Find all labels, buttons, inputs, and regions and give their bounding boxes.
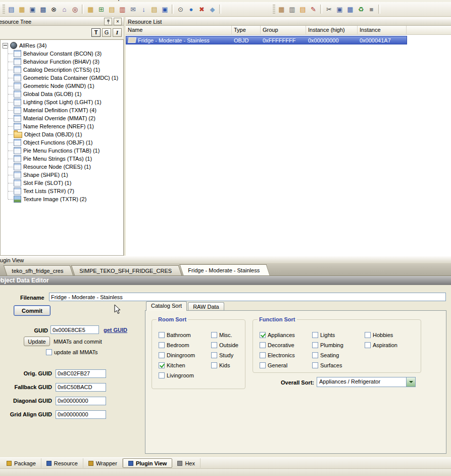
chevron-down-icon[interactable] — [406, 377, 415, 387]
guid-input[interactable] — [51, 325, 99, 334]
commit-button[interactable]: Commit — [14, 305, 51, 316]
tree-item[interactable]: Geometric Node (GMND) (1) — [6, 82, 123, 90]
hobbies-checkbox[interactable]: Hobbies — [365, 331, 397, 338]
open-package-icon[interactable]: ▦ — [17, 5, 27, 14]
clone-resource-icon[interactable]: ▤ — [107, 5, 117, 14]
import-icon[interactable]: ↓ — [139, 5, 148, 14]
save-all-icon[interactable]: ▩ — [38, 5, 48, 14]
tree-item[interactable]: Texture Image (TXTR) (2) — [6, 195, 123, 203]
guid-field-input[interactable] — [56, 397, 106, 405]
plugin-tab[interactable]: teko_sfh_fridge_cres — [4, 265, 74, 275]
delete-icon[interactable]: ✖ — [197, 5, 207, 14]
view-tab[interactable]: Package — [2, 458, 41, 468]
hex-view-icon[interactable]: ▥ — [287, 5, 297, 14]
electronics-checkbox[interactable]: Electronics — [260, 352, 295, 358]
plugin-tab[interactable]: SIMPE_TEKO_SFH_FRIDGE_CRES — [71, 265, 182, 275]
view-tab[interactable]: Wrapper — [83, 458, 123, 468]
filename-input[interactable] — [49, 293, 446, 301]
open-resource-icon[interactable]: ▦ — [86, 5, 95, 14]
aspiration-checkbox[interactable]: Aspiration — [365, 342, 397, 348]
editor-tab[interactable]: Catalog Sort — [146, 301, 187, 311]
tree-item[interactable]: Global Data (GLOB) (1) — [6, 90, 123, 98]
update-button[interactable]: Update — [24, 337, 50, 346]
filter-button[interactable]: G — [102, 28, 111, 37]
misc-checkbox[interactable]: Misc. — [211, 331, 238, 338]
tree-item[interactable]: Object Functions (OBJF) (1) — [6, 138, 123, 147]
view-tab[interactable]: Hex — [172, 458, 201, 468]
tree-item[interactable]: Resource Node (CRES) (1) — [6, 163, 123, 171]
add-resource-icon[interactable]: ⊞ — [96, 5, 106, 14]
tree-item[interactable]: Pie Menu Functions (TTAB) (1) — [6, 147, 123, 155]
tree-item[interactable]: Slot File (SLOT) (1) — [6, 179, 123, 187]
new-package-icon[interactable]: ▤ — [7, 5, 16, 14]
tree-item[interactable]: Name Reference (NREF) (1) — [6, 122, 123, 130]
tree-item[interactable]: Catalog Description (CTSS) (1) — [6, 66, 123, 74]
column-header[interactable]: Type — [232, 26, 261, 35]
error-log-icon[interactable]: ▥ — [118, 5, 127, 14]
plugin-icon[interactable]: ♻ — [356, 5, 366, 14]
mail-icon[interactable]: ✉ — [128, 5, 138, 14]
edit-note-icon[interactable]: ✎ — [309, 5, 318, 14]
livingroom-checkbox[interactable]: Livingroom — [159, 372, 195, 378]
history-icon[interactable]: ⊙ — [176, 5, 185, 14]
save-resource-icon[interactable]: ▣ — [160, 5, 170, 14]
copy-icon[interactable]: ▣ — [335, 5, 344, 14]
tree-item[interactable]: Geometric Data Container (GMDC) (1) — [6, 74, 123, 82]
editor-tab[interactable]: RAW Data — [188, 302, 224, 311]
close-package-icon[interactable]: ⊗ — [49, 5, 59, 14]
appliances-checkbox[interactable]: Appliances — [260, 331, 295, 338]
tree-item[interactable]: Behaviour Function (BHAV) (3) — [6, 58, 123, 66]
tree-root-allres[interactable]: AllRes (34) — [1, 41, 123, 50]
tree-item[interactable]: Lighting (Spot Light) (LGHT) (1) — [6, 98, 123, 106]
tree-item[interactable]: Pie Menu Strings (TTAs) (1) — [6, 155, 123, 163]
guid-field-input[interactable] — [56, 383, 106, 392]
seating-checkbox[interactable]: Seating — [312, 352, 343, 358]
bedroom-checkbox[interactable]: Bedroom — [159, 342, 195, 348]
kitchen-checkbox[interactable]: Kitchen — [159, 362, 195, 368]
pin-icon[interactable] — [104, 18, 112, 25]
menu-item[interactable]: Help — [106, 0, 125, 1]
menu-item[interactable]: Tools — [36, 0, 57, 1]
cut-icon[interactable]: ✂ — [324, 5, 334, 14]
search-icon[interactable]: ◎ — [70, 5, 80, 14]
kids-checkbox[interactable]: Kids — [211, 362, 238, 368]
tree-item[interactable]: Shape (SHPE) (1) — [6, 171, 123, 179]
guid-field-input[interactable] — [56, 369, 106, 378]
decorative-checkbox[interactable]: Decorative — [260, 342, 295, 348]
tree-item[interactable]: Text Lists (STR#) (7) — [6, 187, 123, 195]
get-guid-link[interactable]: get GUID — [104, 327, 127, 333]
column-header[interactable]: Group — [261, 26, 306, 35]
tree-item[interactable]: Behaviour Constant (BCON) (3) — [6, 50, 123, 58]
column-header[interactable]: Instance (high) — [306, 26, 358, 35]
menu-item[interactable]: Extra — [57, 0, 78, 1]
lights-checkbox[interactable]: Lights — [312, 331, 343, 338]
plumbing-checkbox[interactable]: Plumbing — [312, 342, 343, 348]
report-icon[interactable]: ▤ — [149, 5, 159, 14]
gem-icon[interactable]: ◆ — [208, 5, 217, 14]
tree-item[interactable]: Material Override (MMAT) (2) — [6, 114, 123, 122]
filter-button[interactable]: I — [113, 28, 122, 37]
column-header[interactable]: Instance — [358, 26, 407, 35]
lock-icon[interactable]: ■ — [367, 5, 376, 14]
toolbar-grip[interactable] — [273, 5, 275, 14]
toolbar-grip[interactable] — [3, 5, 5, 14]
study-checkbox[interactable]: Study — [211, 352, 238, 358]
overall-sort-select[interactable]: Appliances / Refrigerator — [317, 377, 416, 387]
menu-item[interactable]: Edit — [18, 0, 36, 1]
home-icon[interactable]: ⌂ — [60, 5, 69, 14]
view-tab[interactable]: Plugin View — [123, 458, 173, 468]
grid-window-icon[interactable]: ▦ — [345, 5, 355, 14]
outside-checkbox[interactable]: Outside — [211, 342, 238, 348]
surfaces-checkbox[interactable]: Surfaces — [312, 362, 343, 368]
resource-row-selected[interactable]: Fridge - Moderate - Stainless OBJD 0xFFF… — [126, 36, 407, 44]
filter-button[interactable]: T — [91, 28, 101, 37]
plugin-tab[interactable]: Fridge - Moderate - Stainless — [179, 264, 270, 275]
package-box-icon[interactable]: ▦ — [277, 5, 286, 14]
guid-field-input[interactable] — [56, 410, 106, 419]
menu-item[interactable]: File — [1, 0, 18, 1]
tree-item[interactable]: Material Definition (TXMT) (4) — [6, 106, 123, 114]
save-package-icon[interactable]: ▣ — [28, 5, 37, 14]
web-icon[interactable]: ● — [186, 5, 196, 14]
view-tab[interactable]: Resource — [41, 458, 83, 468]
close-icon[interactable]: × — [114, 18, 122, 25]
